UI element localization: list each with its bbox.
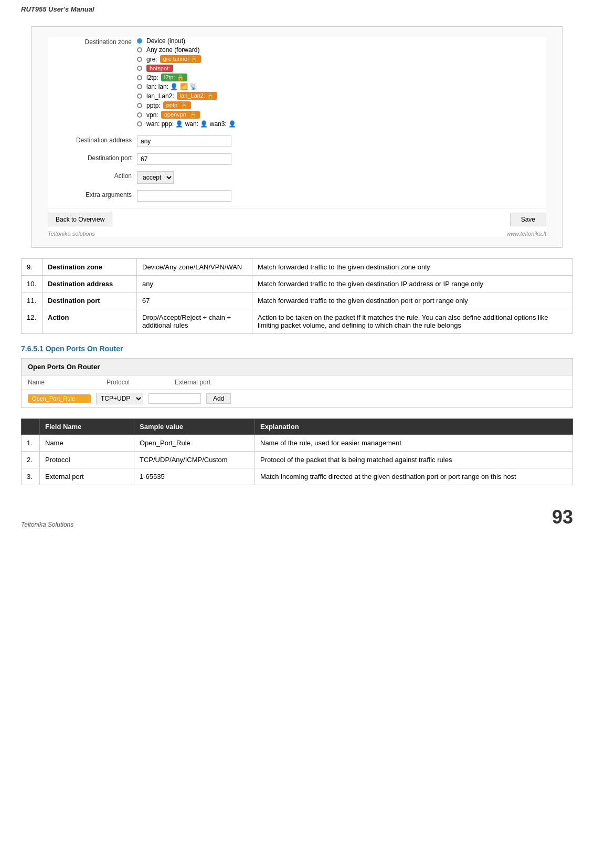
radio-device xyxy=(137,38,142,44)
radio-l2tp xyxy=(137,75,142,80)
destination-port-row: Destination port xyxy=(48,153,546,165)
form-section: Destination zone Device (input) Any zone… xyxy=(48,37,546,237)
button-row: Back to Overview Save xyxy=(48,208,546,226)
screenshot-footer: Teltonika solutions www.teltonika.lt xyxy=(48,226,546,237)
external-port-input[interactable] xyxy=(148,393,201,404)
field-row-num: 1. xyxy=(22,435,40,452)
destination-address-input[interactable] xyxy=(137,135,231,147)
row-sample: 67 xyxy=(137,292,252,309)
extra-args-value xyxy=(137,190,546,202)
zone-option-device[interactable]: Device (input) xyxy=(137,37,546,45)
row-sample: any xyxy=(137,276,252,292)
table-row: 11. Destination port 67 Match forwarded … xyxy=(22,292,573,309)
zone-lan2-prefix: lan_Lan2: xyxy=(146,92,174,100)
zone-option-l2tp[interactable]: l2tp: l2tp: 🔒 xyxy=(137,74,546,81)
page-header: RUT955 User's Manual xyxy=(0,0,594,16)
open-ports-box: Open Ports On Router Name Protocol Exter… xyxy=(21,358,573,408)
pptp-badge: pptp: 🔒 xyxy=(163,101,192,109)
dest-port-value xyxy=(137,153,546,165)
table-row: 9. Destination zone Device/Any zone/LAN/… xyxy=(22,259,573,276)
dest-address-label: Destination address xyxy=(48,135,132,144)
screenshot-area: Destination zone Device (input) Any zone… xyxy=(31,26,563,248)
field-table-row: 2. Protocol TCP/UDP/Any/ICMP/Custom Prot… xyxy=(22,452,573,468)
action-select[interactable]: accept drop reject xyxy=(137,171,174,184)
dest-port-label: Destination port xyxy=(48,153,132,162)
zone-l2tp-label: l2tp: xyxy=(146,74,158,81)
row-num: 11. xyxy=(22,292,43,309)
col-protocol-header: Protocol xyxy=(107,379,169,386)
extra-arguments-input[interactable] xyxy=(137,190,231,202)
zone-vpn-prefix: vpn: xyxy=(146,111,158,119)
table-row: 10. Destination address any Match forwar… xyxy=(22,276,573,292)
field-row-name: Name xyxy=(40,435,134,452)
open-ports-title: Open Ports On Router xyxy=(22,359,572,375)
zone-option-any[interactable]: Any zone (forward) xyxy=(137,46,546,54)
hotspot-badge: hotspot: xyxy=(146,65,173,72)
row-num: 9. xyxy=(22,259,43,276)
extra-args-row: Extra arguments xyxy=(48,190,546,202)
row-explanation: Match forwarded traffic to the given des… xyxy=(252,259,573,276)
radio-hotspot xyxy=(137,66,142,71)
action-value: accept drop reject xyxy=(137,171,546,184)
destination-address-row: Destination address xyxy=(48,135,546,147)
action-row: Action accept drop reject xyxy=(48,171,546,184)
zone-option-wan[interactable]: wan: ppp: 👤 wan: 👤 wan3: 👤 xyxy=(137,120,546,128)
destination-zone-label: Destination zone xyxy=(48,37,132,46)
field-row-explanation: Name of the rule, used for easier manage… xyxy=(255,435,573,452)
radio-gre xyxy=(137,57,142,62)
row-explanation: Match forwarded traffic to the given des… xyxy=(252,292,573,309)
page-number: 93 xyxy=(552,506,573,528)
radio-any xyxy=(137,47,142,53)
radio-vpn xyxy=(137,112,142,118)
field-row-sample: TCP/UDP/Any/ICMP/Custom xyxy=(134,452,255,468)
row-explanation: Action to be taken on the packet if it m… xyxy=(252,309,573,334)
section-heading-7651: 7.6.5.1 Open Ports On Router xyxy=(21,344,573,353)
row-field: Action xyxy=(43,309,137,334)
row-explanation: Match forwarded traffic to the given des… xyxy=(252,276,573,292)
screenshot-footer-right: www.teltonika.lt xyxy=(506,231,546,237)
field-row-sample: Open_Port_Rule xyxy=(134,435,255,452)
zone-any-label: Any zone (forward) xyxy=(146,46,199,54)
zone-pptp-prefix: pptp: xyxy=(146,102,161,109)
col-name-header: Name xyxy=(28,379,101,386)
radio-wan xyxy=(137,121,142,127)
row-field: Destination zone xyxy=(43,259,137,276)
zone-option-lan2[interactable]: lan_Lan2: lan_Lan2: 🔒 xyxy=(137,92,546,100)
zone-option-lan[interactable]: lan: lan: 👤 📶 📡 xyxy=(137,83,546,90)
open-ports-data-row: Open_Port_Rule TCP+UDP TCP UDP Any ICMP … xyxy=(22,390,572,407)
field-table-header-name: Field Name xyxy=(40,419,134,435)
zone-option-vpn[interactable]: vpn: openvpn: 🔒 xyxy=(137,111,546,119)
dest-address-value xyxy=(137,135,546,147)
gre-badge: gre tunnel 🔒 xyxy=(160,55,201,63)
row-num: 12. xyxy=(22,309,43,334)
screenshot-footer-left: Teltonika solutions xyxy=(48,231,95,237)
field-row-explanation: Protocol of the packet that is being mat… xyxy=(255,452,573,468)
add-button[interactable]: Add xyxy=(206,393,231,404)
page-footer: Teltonika Solutions 93 xyxy=(0,501,594,539)
zone-option-hotspot[interactable]: hotspot: xyxy=(137,65,546,72)
field-row-num: 3. xyxy=(22,468,40,485)
lan2-badge: lan_Lan2: 🔒 xyxy=(177,92,217,100)
field-table-row: 1. Name Open_Port_Rule Name of the rule,… xyxy=(22,435,573,452)
zone-option-gre[interactable]: gre: gre tunnel 🔒 xyxy=(137,55,546,63)
table-row: 12. Action Drop/Accept/Reject + chain + … xyxy=(22,309,573,334)
footer-left: Teltonika Solutions xyxy=(21,521,73,528)
field-row-num: 2. xyxy=(22,452,40,468)
save-button[interactable]: Save xyxy=(510,213,546,226)
zone-data-table: 9. Destination zone Device/Any zone/LAN/… xyxy=(21,258,573,334)
radio-lan2 xyxy=(137,93,142,99)
zone-option-pptp[interactable]: pptp: pptp: 🔒 xyxy=(137,101,546,109)
action-label: Action xyxy=(48,171,132,180)
l2tp-badge: l2tp: 🔒 xyxy=(161,74,187,81)
row-field: Destination port xyxy=(43,292,137,309)
row-sample: Drop/Accept/Reject + chain + additional … xyxy=(137,309,252,334)
field-table-header-num xyxy=(22,419,40,435)
destination-port-input[interactable] xyxy=(137,153,231,165)
zone-lan-label: lan: lan: 👤 📶 📡 xyxy=(146,83,197,90)
field-table-header-sample: Sample value xyxy=(134,419,255,435)
protocol-select[interactable]: TCP+UDP TCP UDP Any ICMP Custom xyxy=(96,393,143,404)
destination-zone-options: Device (input) Any zone (forward) gre: g… xyxy=(137,37,546,129)
manual-title: RUT955 User's Manual xyxy=(21,5,94,13)
destination-zone-row: Destination zone Device (input) Any zone… xyxy=(48,37,546,129)
back-to-overview-button[interactable]: Back to Overview xyxy=(48,213,112,226)
